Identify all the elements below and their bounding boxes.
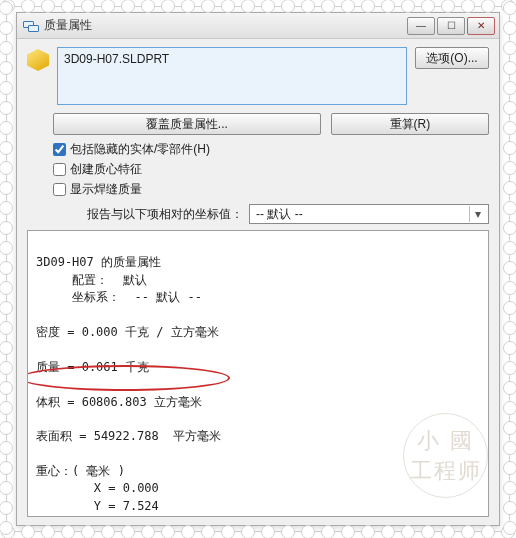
maximize-button[interactable]: ☐: [437, 17, 465, 35]
results-text[interactable]: 3D09-H07 的质量属性 配置： 默认 坐标系： -- 默认 -- 密度 =…: [27, 230, 489, 517]
create-com-label: 创建质心特征: [70, 161, 142, 178]
app-icon: [23, 20, 39, 32]
res-cog-z: Z = 5.964: [36, 516, 159, 517]
show-weld-input[interactable]: [53, 183, 66, 196]
mass-properties-dialog: 质量属性 — ☐ ✕ 3D09-H07.SLDPRT 选项(O)... 覆盖质量…: [16, 12, 500, 526]
res-cog-y: Y = 7.524: [36, 499, 159, 513]
titlebar[interactable]: 质量属性 — ☐ ✕: [17, 13, 499, 39]
create-com-checkbox[interactable]: 创建质心特征: [53, 161, 489, 178]
show-weld-checkbox[interactable]: 显示焊缝质量: [53, 181, 489, 198]
res-surface: 表面积 = 54922.788 平方毫米: [36, 429, 221, 443]
window-title: 质量属性: [44, 17, 407, 34]
res-density: 密度 = 0.000 千克 / 立方毫米: [36, 325, 219, 339]
res-volume: 体积 = 60806.803 立方毫米: [36, 395, 202, 409]
res-config: 配置： 默认: [36, 273, 147, 287]
res-cog-x: X = 0.000: [36, 481, 159, 495]
include-hidden-checkbox[interactable]: 包括隐藏的实体/零部件(H): [53, 141, 489, 158]
coord-value: -- 默认 --: [256, 206, 303, 223]
close-button[interactable]: ✕: [467, 17, 495, 35]
part-icon: [27, 49, 49, 71]
selected-file: 3D09-H07.SLDPRT: [64, 52, 169, 66]
include-hidden-input[interactable]: [53, 143, 66, 156]
create-com-input[interactable]: [53, 163, 66, 176]
res-header: 3D09-H07 的质量属性: [36, 255, 161, 269]
minimize-button[interactable]: —: [407, 17, 435, 35]
include-hidden-label: 包括隐藏的实体/零部件(H): [70, 141, 210, 158]
res-csys: 坐标系： -- 默认 --: [36, 290, 202, 304]
recalculate-button[interactable]: 重算(R): [331, 113, 489, 135]
selection-box[interactable]: 3D09-H07.SLDPRT: [57, 47, 407, 105]
coord-label: 报告与以下项相对的坐标值：: [87, 206, 243, 223]
client-area: 3D09-H07.SLDPRT 选项(O)... 覆盖质量属性... 重算(R)…: [17, 39, 499, 525]
coord-system-combo[interactable]: -- 默认 -- ▾: [249, 204, 489, 224]
res-cog-header: 重心：( 毫米 ): [36, 464, 125, 478]
override-mass-button[interactable]: 覆盖质量属性...: [53, 113, 321, 135]
chevron-down-icon: ▾: [469, 206, 485, 222]
show-weld-label: 显示焊缝质量: [70, 181, 142, 198]
res-mass: 质量 = 0.061 千克: [36, 360, 149, 374]
options-button[interactable]: 选项(O)...: [415, 47, 489, 69]
